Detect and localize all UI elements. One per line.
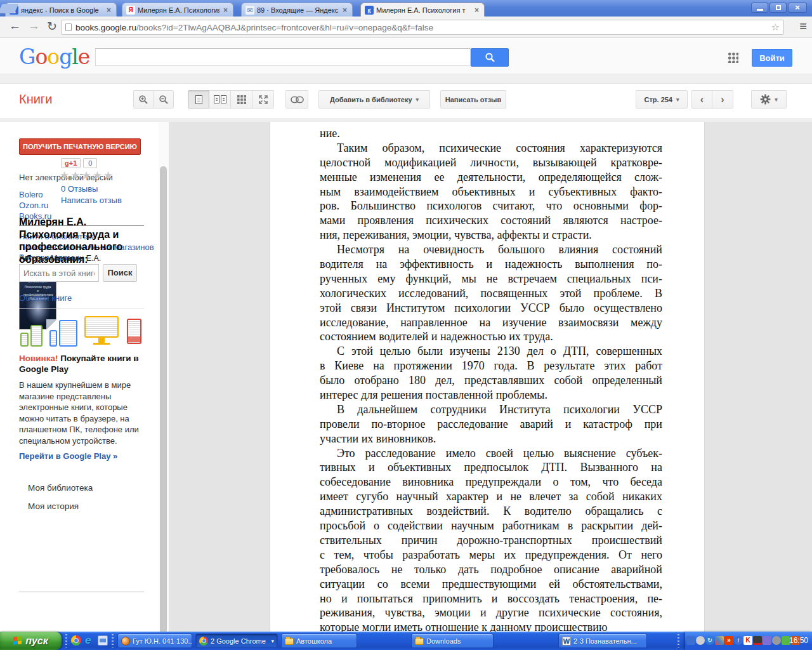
task-google-chrome[interactable]: 2 Google Chrome ▾ [195,633,278,648]
search-button[interactable] [471,48,509,67]
viewer-scrollbar[interactable] [159,118,169,632]
book-text-line: С этой целью были изучены 2130 дел о ДТП… [320,344,662,359]
book-text-line: мами проявления психических состояний яв… [320,213,662,228]
prev-page-button[interactable]: ‹ [691,90,712,109]
go-to-google-play-link[interactable]: Перейти в Google Play » [19,451,117,461]
zoom-out-button[interactable] [154,90,174,109]
apps-grid-icon[interactable] [728,52,738,63]
rating-stars[interactable]: ★★★★★ [60,169,114,182]
start-button[interactable]: пуск [0,632,62,650]
url-bar[interactable]: books.google.ru/books?id=2TlwAgAAQBAJ&pr… [61,20,784,35]
tab-mileryan-1[interactable]: Я Милерян Е.А. Психология т × [122,3,233,17]
phone-icon [49,330,57,347]
google-logo[interactable]: Google [19,44,89,69]
signin-button[interactable]: Войти [752,49,792,67]
taskbar-separator [65,634,67,647]
task-word-document[interactable]: W 2-3 Познавательн... [558,633,647,648]
close-icon[interactable]: × [105,6,112,15]
my-history-link[interactable]: Моя история [28,501,79,511]
settings-button[interactable]: ▾ [751,90,787,109]
forward-icon[interactable]: → [28,19,40,33]
url-text[interactable]: books.google.ru/books?id=2TlwAgAAQBAJ&pr… [75,23,771,32]
tab-mileryan-active[interactable]: g Милерян Е.А. Психология т × [360,3,485,17]
tray-icon[interactable]: » [724,636,733,645]
tray-icon[interactable] [753,636,762,645]
fullscreen-button[interactable] [252,90,274,109]
write-review-button[interactable]: Написать отзыв [440,90,506,109]
mail-favicon-icon: ✉ [246,6,254,15]
task-gut-document[interactable]: Гут Ю.Н. 041-130... [117,633,192,648]
two-page-view-button[interactable] [209,90,231,109]
search-input[interactable] [95,48,471,66]
book-text-line: административных воздействий. К водителю… [320,504,662,519]
tray-icon[interactable] [763,636,771,645]
minimize-button[interactable] [751,3,768,13]
book-text-line: просьбой о содействии научным работникам… [320,519,662,533]
reviews-link[interactable]: 0 Отзывы [61,184,98,194]
system-tray: ↻ » i K 16:50 [685,632,812,650]
chrome-menu-icon[interactable]: ≡ [799,19,807,34]
page-select-button[interactable]: Стр. 254 ▾ [636,90,688,109]
gplus-button[interactable]: g+1 [61,158,81,168]
word-doc-icon: W [562,637,571,646]
scrollbar-thumb[interactable] [160,166,167,632]
close-icon[interactable]: × [473,6,480,15]
book-cover[interactable]: Е.А.Милерян Психология труда и профессио… [19,276,56,329]
book-text: ние.Таким образом, психические состояния… [320,126,662,635]
book-text-line: собеседование виновника предупреждали о … [320,475,662,489]
book-text-line: но и попытаться припомнить и воссоздать … [320,592,662,606]
next-page-button[interactable]: › [712,90,733,109]
thumbnail-view-button[interactable] [231,90,252,109]
close-icon[interactable]: × [222,6,229,15]
tray-icon[interactable]: i [734,636,743,645]
divider [19,592,144,592]
zoom-in-icon [138,95,148,105]
book-text-line: исследование, направленное на изучение в… [320,315,662,330]
search-in-book-button[interactable]: Поиск [103,264,137,282]
book-text-line: с тем, чтобы разработать меры их предупр… [320,548,662,562]
add-to-library-button[interactable]: Добавить в библиотеку ▾ [318,90,430,109]
my-library-link[interactable]: Моя библиотека [28,483,93,493]
about-this-book-link[interactable]: Об этой книге [19,293,72,303]
document-icon [121,637,130,646]
tray-icon[interactable] [715,636,724,645]
close-window-button[interactable]: × [788,3,807,13]
tab-yandex-search[interactable]: g яндекс - Поиск в Google × [5,3,117,17]
quicklaunch-chrome-icon[interactable] [71,635,81,646]
quicklaunch-app-icon[interactable] [98,635,108,646]
tray-icon[interactable] [686,636,695,645]
chevron-down-icon: ▾ [775,96,778,103]
tray-icon[interactable]: K [743,636,752,645]
back-icon[interactable]: ← [9,19,21,33]
grid-icon [237,95,246,104]
write-review-link[interactable]: Написать отзыв [61,196,122,205]
zoom-in-button[interactable] [133,90,154,109]
single-page-view-button[interactable] [188,90,209,109]
store-link-ozon[interactable]: Ozon.ru [19,200,51,211]
quicklaunch-ie-icon[interactable]: e [85,635,95,646]
book-text-line: ситуации со всеми предшествующими ей обс… [320,577,662,592]
link-button[interactable] [285,90,308,109]
tab-yandex-mail[interactable]: ✉ 89 · Входящие — Яндекс.П × [241,3,353,17]
get-print-version-button[interactable]: ПОЛУЧИТЬ ПЕЧАТНУЮ ВЕРСИЮ [19,138,141,155]
store-link-bolero[interactable]: Bolero [19,189,51,200]
tray-icon[interactable]: ↻ [705,636,714,645]
bookmark-star-icon[interactable]: ☆ [771,22,780,33]
search-in-book-input[interactable] [19,264,99,282]
add-to-library-label: Добавить в библиотеку [330,96,412,103]
url-path: /books?id=2TlwAgAAQBAJ&printsec=frontcov… [136,23,433,32]
task-label: Downloads [426,637,461,645]
logo-letter: o [47,44,59,69]
task-downloads-folder[interactable]: Downloads [411,633,494,648]
reload-icon[interactable]: ↻ [47,19,57,34]
gplus-widget: g+1 0 [61,158,97,168]
restore-icon [776,5,781,10]
book-text-line: было отобрано 180 дел, представлявших со… [320,373,662,388]
yandex-favicon-icon: Я [126,6,135,15]
book-text-line: тивных и объективных предпосылок ДТП. Вы… [320,460,662,475]
close-icon[interactable]: × [341,6,348,15]
tray-icon[interactable] [772,636,781,645]
restore-button[interactable] [769,3,787,13]
tray-icon[interactable] [696,636,705,645]
task-avtoshkola-folder[interactable]: Автошкола [281,633,357,648]
